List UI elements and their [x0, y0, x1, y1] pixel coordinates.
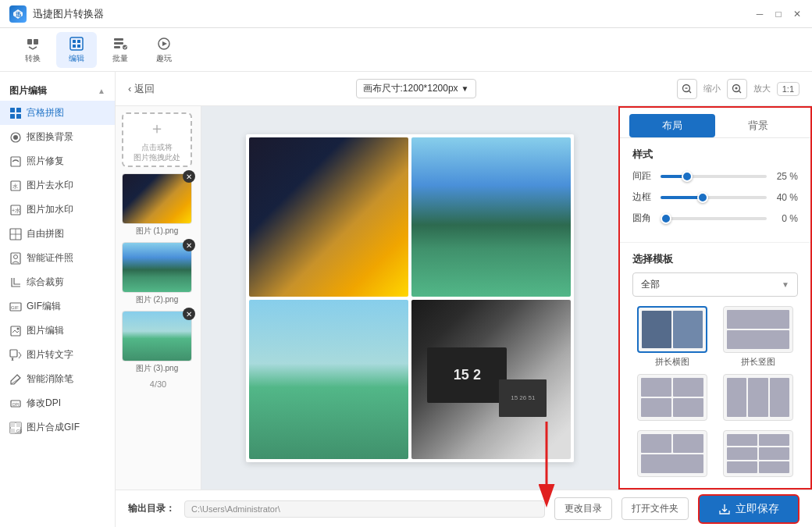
bottom-bar: 输出目录： C:\Users\Administrator\ 更改目录 打开文件夹… — [116, 490, 812, 527]
sidebar-item-matting[interactable]: 抠图换背景 — [0, 125, 115, 149]
delete-image-2-button[interactable]: ✕ — [183, 239, 195, 251]
border-thumb[interactable] — [697, 192, 708, 203]
tool-convert[interactable]: 转换 — [12, 32, 53, 68]
save-label: 立即保存 — [735, 502, 779, 516]
template-section-title: 选择模板 — [632, 252, 798, 266]
sidebar-item-eraser[interactable]: 智能消除笔 — [0, 367, 115, 391]
image-name-2: 图片 (2).png — [122, 294, 192, 305]
sidebar-item-id-photo-label: 智能证件照 — [27, 251, 73, 265]
save-icon — [718, 503, 731, 515]
template-filter-select[interactable]: 全部 ▼ — [632, 272, 798, 297]
sidebar-item-img-to-text[interactable]: 图片转文字 — [0, 343, 115, 367]
template-thumb-4 — [723, 374, 793, 421]
delete-image-3-button[interactable]: ✕ — [183, 308, 195, 320]
tool-edit[interactable]: 编辑 — [56, 32, 97, 68]
tool-batch[interactable]: 批量 — [100, 32, 141, 68]
svg-rect-10 — [114, 42, 123, 45]
template-thumb-vert — [723, 306, 793, 353]
list-item[interactable]: ✕ 图片 (2).png — [122, 242, 192, 304]
minimize-button[interactable]: ─ — [754, 9, 765, 20]
tab-background[interactable]: 背景 — [715, 114, 801, 137]
canvas-size-label: 画布尺寸:1200*1200px — [363, 82, 458, 95]
output-directory-label: 输出目录： — [128, 502, 175, 515]
delete-image-1-button[interactable]: ✕ — [183, 170, 195, 183]
svg-rect-33 — [10, 350, 17, 357]
tool-edit-label: 编辑 — [69, 53, 84, 64]
back-button[interactable]: ‹ 返回 — [128, 82, 155, 96]
spacing-thumb[interactable] — [682, 171, 693, 182]
spacing-value: 25 % — [773, 171, 798, 182]
work-area: ‹ 返回 画布尺寸:1200*1200px ▼ 缩小 — [116, 72, 812, 527]
list-item[interactable]: 拼长竖图 — [718, 306, 798, 368]
template-section: 选择模板 全部 ▼ — [620, 243, 810, 490]
right-panel: 布局 背景 样式 间距 25 % — [618, 106, 812, 490]
sidebar-item-gif-label: GIF编辑 — [27, 300, 61, 313]
svg-text:水: 水 — [12, 183, 18, 189]
ratio-label: 1:1 — [782, 84, 794, 94]
sidebar-section-header: 图片编辑 ▲ — [0, 81, 115, 101]
sidebar-item-crop[interactable]: 综合裁剪 — [0, 270, 115, 294]
list-item[interactable] — [632, 374, 712, 424]
sidebar-item-watermark-add[interactable]: +水 图片加水印 — [0, 198, 115, 222]
sidebar-item-repair[interactable]: 照片修复 — [0, 149, 115, 173]
svg-rect-11 — [114, 46, 120, 48]
image-list-panel: ＋ 点击或将 图片拖拽此处 ✕ 图片 (1).png ✕ 图片 (2). — [116, 106, 201, 490]
sidebar-item-gif-compose[interactable]: GIF 图片合成GIF — [0, 415, 115, 440]
tool-play[interactable]: 趣玩 — [144, 32, 184, 68]
canvas-cell-1 — [249, 137, 408, 297]
tab-layout[interactable]: 布局 — [629, 114, 715, 137]
ratio-button[interactable]: 1:1 — [777, 82, 800, 96]
svg-rect-7 — [73, 45, 76, 48]
zoom-out-button[interactable] — [677, 79, 697, 99]
spacing-slider[interactable] — [661, 175, 767, 178]
image-preview-1 — [122, 173, 192, 224]
sidebar-item-id-photo[interactable]: 智能证件照 — [0, 246, 115, 270]
sidebar-item-edit-img[interactable]: 图片编辑 — [0, 319, 115, 343]
svg-rect-38 — [16, 422, 21, 427]
list-item[interactable]: 拼长横图 — [632, 306, 712, 368]
sidebar-section-edit: 图片编辑 ▲ 宫格拼图 抠图换背景 — [0, 78, 115, 443]
template-thumb-3 — [637, 374, 707, 421]
svg-rect-17 — [10, 114, 15, 119]
sidebar-item-watermark-remove[interactable]: 水 图片去水印 — [0, 173, 115, 198]
list-item[interactable] — [718, 430, 798, 480]
list-item[interactable]: ✕ 图片 (3).png — [122, 311, 192, 373]
panel-tabs: 布局 背景 — [620, 108, 810, 138]
dropdown-icon: ▼ — [461, 84, 469, 93]
close-button[interactable]: ✕ — [792, 9, 803, 20]
list-item[interactable]: ✕ 图片 (1).png — [122, 173, 192, 236]
window-controls: ─ □ ✕ — [754, 9, 803, 20]
svg-rect-18 — [16, 114, 21, 119]
sidebar-item-eraser-label: 智能消除笔 — [27, 372, 73, 386]
list-item[interactable] — [632, 430, 712, 480]
add-image-button[interactable]: ＋ 点击或将 图片拖拽此处 — [122, 112, 192, 167]
zoom-in-icon — [732, 84, 743, 94]
collapse-icon[interactable]: ▲ — [98, 87, 105, 95]
maximize-button[interactable]: □ — [773, 9, 784, 20]
zoom-out-icon — [682, 84, 693, 94]
template-grid: 拼长横图 拼长竖图 — [632, 306, 798, 480]
canvas-grid: 15 2 15 26 51 — [246, 134, 574, 462]
sidebar-item-gif[interactable]: GIF GIF编辑 — [0, 294, 115, 319]
svg-rect-8 — [77, 45, 80, 48]
open-folder-button[interactable]: 打开文件夹 — [621, 497, 689, 520]
style-section: 样式 间距 25 % 边框 — [620, 138, 810, 243]
radius-thumb[interactable] — [661, 213, 671, 224]
zoom-in-button[interactable] — [727, 79, 747, 99]
sidebar-item-dpi[interactable]: DPI 修改DPI — [0, 391, 115, 415]
template-thumb-horiz — [637, 306, 707, 353]
sidebar-section-title: 图片编辑 — [9, 84, 47, 98]
sidebar-item-free-puzzle[interactable]: 自由拼图 — [0, 222, 115, 246]
canvas-size-selector[interactable]: 画布尺寸:1200*1200px ▼ — [356, 79, 476, 98]
border-slider[interactable] — [661, 196, 767, 199]
sidebar-item-watermark-remove-label: 图片去水印 — [27, 179, 73, 192]
svg-rect-37 — [10, 422, 15, 427]
save-button[interactable]: 立即保存 — [698, 494, 800, 524]
radius-slider[interactable] — [661, 217, 767, 220]
svg-text:迅: 迅 — [16, 11, 22, 17]
change-directory-button[interactable]: 更改目录 — [554, 497, 612, 520]
list-item[interactable] — [718, 374, 798, 424]
svg-text:GIF: GIF — [11, 305, 19, 310]
sidebar-item-grid[interactable]: 宫格拼图 — [0, 101, 115, 125]
image-name-1: 图片 (1).png — [122, 226, 192, 237]
